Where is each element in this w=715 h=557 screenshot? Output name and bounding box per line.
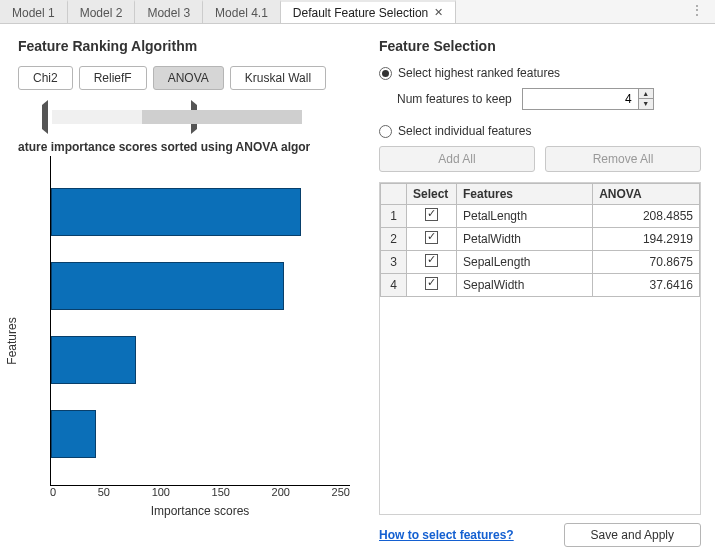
row-number: 3 [381,251,407,274]
table-row: 4 SepalWidth 37.6416 [381,274,700,297]
algo-anova-button[interactable]: ANOVA [153,66,224,90]
chart-ylabel: Features [5,317,19,364]
col-anova: ANOVA [593,184,700,205]
algo-relieff-button[interactable]: ReliefF [79,66,147,90]
algo-chi2-button[interactable]: Chi2 [18,66,73,90]
row-feature: SepalLength [457,251,593,274]
tab-overflow-menu-icon[interactable]: ⋮ [679,0,715,23]
row-number: 1 [381,205,407,228]
scroll-left-icon[interactable] [18,100,48,134]
row-value: 70.8675 [593,251,700,274]
feature-table: Select Features ANOVA 1 PetalLength 208.… [380,183,700,297]
spinner-down-icon[interactable]: ▼ [639,99,653,109]
bar-petalwidth [51,262,284,310]
algorithm-buttons: Chi2 ReliefF ANOVA Kruskal Wall [18,66,359,90]
radio-highest-ranked[interactable] [379,67,392,80]
bar-sepalwidth [51,410,96,458]
algorithm-scrollbar [18,100,359,134]
table-row: 2 PetalWidth 194.2919 [381,228,700,251]
num-features-input[interactable] [523,89,638,109]
chart-xlabel: Importance scores [50,504,350,518]
col-select: Select [407,184,457,205]
chart-xticks: 0 50 100 150 200 250 [50,486,350,498]
row-feature: SepalWidth [457,274,593,297]
feature-importance-chart: Features 0 50 100 150 200 250 Importance… [18,156,359,526]
algo-kruskal-button[interactable]: Kruskal Wall [230,66,326,90]
chart-plot-area [50,156,350,486]
table-row: 3 SepalLength 70.8675 [381,251,700,274]
row-number: 4 [381,274,407,297]
bar-sepallength [51,336,136,384]
scroll-track[interactable] [52,110,187,124]
row-checkbox[interactable] [425,277,438,290]
tab-model-1[interactable]: Model 1 [0,0,68,23]
row-checkbox[interactable] [425,254,438,267]
spinner-up-icon[interactable]: ▲ [639,89,653,99]
col-rownum [381,184,407,205]
num-features-label: Num features to keep [397,92,512,106]
radio-individual-label: Select individual features [398,124,531,138]
row-feature: PetalLength [457,205,593,228]
tab-model-4-1[interactable]: Model 4.1 [203,0,281,23]
row-number: 2 [381,228,407,251]
row-feature: PetalWidth [457,228,593,251]
radio-individual[interactable] [379,125,392,138]
row-checkbox[interactable] [425,231,438,244]
scroll-thumb[interactable] [142,110,302,124]
tab-model-2[interactable]: Model 2 [68,0,136,23]
row-checkbox[interactable] [425,208,438,221]
num-features-spinner: ▲ ▼ [522,88,654,110]
row-value: 208.4855 [593,205,700,228]
tab-model-3[interactable]: Model 3 [135,0,203,23]
option-individual[interactable]: Select individual features [379,124,701,138]
bar-petallength [51,188,301,236]
option-highest-ranked[interactable]: Select highest ranked features [379,66,701,80]
tab-bar: Model 1 Model 2 Model 3 Model 4.1 Defaul… [0,0,715,24]
tab-default-feature-selection[interactable]: Default Feature Selection ✕ [281,0,456,23]
feature-table-container: Select Features ANOVA 1 PetalLength 208.… [379,182,701,515]
chart-title: ature importance scores sorted using ANO… [18,140,359,154]
selection-heading: Feature Selection [379,38,701,54]
radio-highest-label: Select highest ranked features [398,66,560,80]
table-row: 1 PetalLength 208.4855 [381,205,700,228]
add-all-button[interactable]: Add All [379,146,535,172]
ranking-heading: Feature Ranking Algorithm [18,38,359,54]
help-link[interactable]: How to select features? [379,528,514,542]
remove-all-button[interactable]: Remove All [545,146,701,172]
row-value: 194.2919 [593,228,700,251]
row-value: 37.6416 [593,274,700,297]
save-apply-button[interactable]: Save and Apply [564,523,701,547]
col-features: Features [457,184,593,205]
close-icon[interactable]: ✕ [434,6,443,19]
